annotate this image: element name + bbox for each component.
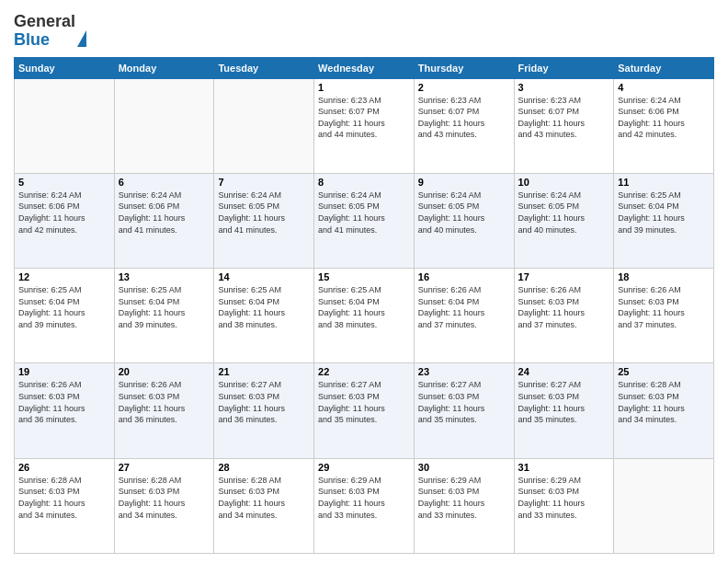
day-number: 15 [318, 271, 410, 282]
day-header-wednesday: Wednesday [314, 57, 415, 78]
calendar-cell: 24Sunrise: 6:27 AM Sunset: 6:03 PM Dayli… [514, 363, 614, 458]
calendar-cell: 17Sunrise: 6:26 AM Sunset: 6:03 PM Dayli… [514, 269, 614, 363]
day-number: 9 [418, 177, 510, 188]
day-info: Sunrise: 6:25 AM Sunset: 6:04 PM Dayligh… [618, 190, 710, 236]
day-info: Sunrise: 6:26 AM Sunset: 6:03 PM Dayligh… [518, 284, 610, 330]
day-number: 24 [518, 366, 610, 377]
calendar-table: SundayMondayTuesdayWednesdayThursdayFrid… [14, 57, 714, 554]
day-info: Sunrise: 6:28 AM Sunset: 6:03 PM Dayligh… [218, 475, 310, 521]
day-header-monday: Monday [114, 57, 214, 78]
day-info: Sunrise: 6:26 AM Sunset: 6:03 PM Dayligh… [119, 379, 210, 425]
calendar-cell [214, 78, 314, 173]
day-number: 21 [218, 366, 310, 377]
day-info: Sunrise: 6:26 AM Sunset: 6:03 PM Dayligh… [618, 284, 710, 330]
day-info: Sunrise: 6:24 AM Sunset: 6:06 PM Dayligh… [618, 95, 710, 141]
calendar-cell: 29Sunrise: 6:29 AM Sunset: 6:03 PM Dayli… [314, 458, 415, 553]
day-number: 6 [119, 177, 210, 188]
day-number: 22 [318, 366, 410, 377]
calendar-cell: 23Sunrise: 6:27 AM Sunset: 6:03 PM Dayli… [414, 363, 514, 458]
day-info: Sunrise: 6:24 AM Sunset: 6:05 PM Dayligh… [518, 190, 610, 236]
day-number: 10 [518, 177, 610, 188]
calendar-cell: 30Sunrise: 6:29 AM Sunset: 6:03 PM Dayli… [414, 458, 514, 553]
day-info: Sunrise: 6:28 AM Sunset: 6:03 PM Dayligh… [618, 379, 710, 425]
calendar-cell: 5Sunrise: 6:24 AM Sunset: 6:06 PM Daylig… [15, 173, 115, 268]
calendar-cell: 10Sunrise: 6:24 AM Sunset: 6:05 PM Dayli… [514, 173, 614, 268]
day-header-thursday: Thursday [414, 57, 514, 78]
calendar-body: 1Sunrise: 6:23 AM Sunset: 6:07 PM Daylig… [15, 78, 714, 553]
calendar-cell: 4Sunrise: 6:24 AM Sunset: 6:06 PM Daylig… [614, 78, 714, 173]
calendar-cell: 7Sunrise: 6:24 AM Sunset: 6:05 PM Daylig… [214, 173, 314, 268]
day-number: 19 [18, 366, 110, 377]
calendar-cell: 19Sunrise: 6:26 AM Sunset: 6:03 PM Dayli… [15, 363, 115, 458]
calendar-cell: 9Sunrise: 6:24 AM Sunset: 6:05 PM Daylig… [414, 173, 514, 268]
day-number: 11 [618, 177, 710, 188]
day-number: 5 [18, 177, 110, 188]
day-header-sunday: Sunday [15, 57, 115, 78]
day-number: 12 [18, 271, 110, 282]
calendar-cell: 3Sunrise: 6:23 AM Sunset: 6:07 PM Daylig… [514, 78, 614, 173]
day-number: 20 [119, 366, 210, 377]
logo-general: General [14, 12, 75, 30]
week-row-4: 19Sunrise: 6:26 AM Sunset: 6:03 PM Dayli… [15, 363, 714, 458]
day-number: 16 [418, 271, 510, 282]
calendar-cell: 27Sunrise: 6:28 AM Sunset: 6:03 PM Dayli… [114, 458, 214, 553]
day-info: Sunrise: 6:25 AM Sunset: 6:04 PM Dayligh… [18, 284, 110, 330]
calendar-cell: 26Sunrise: 6:28 AM Sunset: 6:03 PM Dayli… [15, 458, 115, 553]
day-info: Sunrise: 6:24 AM Sunset: 6:05 PM Dayligh… [318, 190, 410, 236]
calendar-cell: 25Sunrise: 6:28 AM Sunset: 6:03 PM Dayli… [614, 363, 714, 458]
week-row-3: 12Sunrise: 6:25 AM Sunset: 6:04 PM Dayli… [15, 269, 714, 363]
calendar-cell: 28Sunrise: 6:28 AM Sunset: 6:03 PM Dayli… [214, 458, 314, 553]
day-info: Sunrise: 6:25 AM Sunset: 6:04 PM Dayligh… [119, 284, 210, 330]
day-number: 2 [418, 82, 510, 93]
day-info: Sunrise: 6:25 AM Sunset: 6:04 PM Dayligh… [318, 284, 410, 330]
calendar-cell [114, 78, 214, 173]
calendar-cell: 12Sunrise: 6:25 AM Sunset: 6:04 PM Dayli… [15, 269, 115, 363]
day-number: 4 [618, 82, 710, 93]
day-info: Sunrise: 6:24 AM Sunset: 6:05 PM Dayligh… [218, 190, 310, 236]
calendar-cell: 8Sunrise: 6:24 AM Sunset: 6:05 PM Daylig… [314, 173, 415, 268]
day-number: 14 [218, 271, 310, 282]
calendar-cell: 2Sunrise: 6:23 AM Sunset: 6:07 PM Daylig… [414, 78, 514, 173]
page: General Blue SundayMondayTuesdayWednesda… [0, 0, 728, 563]
calendar-cell: 15Sunrise: 6:25 AM Sunset: 6:04 PM Dayli… [314, 269, 415, 363]
day-info: Sunrise: 6:25 AM Sunset: 6:04 PM Dayligh… [218, 284, 310, 330]
day-header-saturday: Saturday [614, 57, 714, 78]
logo: General Blue [14, 13, 86, 50]
calendar-cell [614, 458, 714, 553]
day-number: 23 [418, 366, 510, 377]
calendar-cell: 6Sunrise: 6:24 AM Sunset: 6:06 PM Daylig… [114, 173, 214, 268]
day-info: Sunrise: 6:24 AM Sunset: 6:06 PM Dayligh… [119, 190, 210, 236]
logo-text-block: General Blue [14, 13, 86, 50]
day-info: Sunrise: 6:27 AM Sunset: 6:03 PM Dayligh… [218, 379, 310, 425]
calendar-header: SundayMondayTuesdayWednesdayThursdayFrid… [15, 57, 714, 78]
logo-blue: Blue [14, 30, 50, 49]
day-number: 30 [418, 462, 510, 473]
day-number: 28 [218, 462, 310, 473]
day-number: 7 [218, 177, 310, 188]
calendar-cell [15, 78, 115, 173]
day-number: 25 [618, 366, 710, 377]
day-info: Sunrise: 6:23 AM Sunset: 6:07 PM Dayligh… [518, 95, 610, 141]
calendar-cell: 14Sunrise: 6:25 AM Sunset: 6:04 PM Dayli… [214, 269, 314, 363]
header: General Blue [14, 9, 714, 50]
calendar-cell: 11Sunrise: 6:25 AM Sunset: 6:04 PM Dayli… [614, 173, 714, 268]
day-number: 1 [318, 82, 410, 93]
week-row-1: 1Sunrise: 6:23 AM Sunset: 6:07 PM Daylig… [15, 78, 714, 173]
day-info: Sunrise: 6:23 AM Sunset: 6:07 PM Dayligh… [418, 95, 510, 141]
day-info: Sunrise: 6:23 AM Sunset: 6:07 PM Dayligh… [318, 95, 410, 141]
week-row-2: 5Sunrise: 6:24 AM Sunset: 6:06 PM Daylig… [15, 173, 714, 268]
day-info: Sunrise: 6:26 AM Sunset: 6:04 PM Dayligh… [418, 284, 510, 330]
day-number: 26 [18, 462, 110, 473]
day-number: 31 [518, 462, 610, 473]
week-row-5: 26Sunrise: 6:28 AM Sunset: 6:03 PM Dayli… [15, 458, 714, 553]
day-header-friday: Friday [514, 57, 614, 78]
day-number: 13 [119, 271, 210, 282]
logo-triangle-icon [77, 12, 86, 47]
day-info: Sunrise: 6:27 AM Sunset: 6:03 PM Dayligh… [318, 379, 410, 425]
calendar-cell: 18Sunrise: 6:26 AM Sunset: 6:03 PM Dayli… [614, 269, 714, 363]
days-header-row: SundayMondayTuesdayWednesdayThursdayFrid… [15, 57, 714, 78]
day-info: Sunrise: 6:24 AM Sunset: 6:05 PM Dayligh… [418, 190, 510, 236]
calendar-cell: 20Sunrise: 6:26 AM Sunset: 6:03 PM Dayli… [114, 363, 214, 458]
calendar-cell: 31Sunrise: 6:29 AM Sunset: 6:03 PM Dayli… [514, 458, 614, 553]
day-info: Sunrise: 6:27 AM Sunset: 6:03 PM Dayligh… [418, 379, 510, 425]
